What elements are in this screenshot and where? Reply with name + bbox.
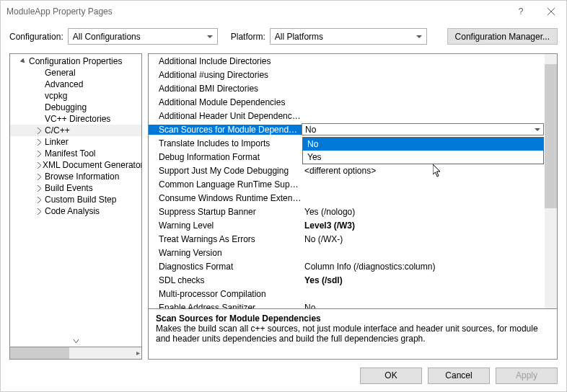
close-icon: [548, 8, 555, 15]
property-name: Diagnostics Format: [149, 262, 302, 272]
dropdown-option[interactable]: No: [303, 138, 543, 151]
expand-icon[interactable]: [36, 139, 45, 146]
property-value[interactable]: Yes (/sdl): [302, 275, 557, 285]
property-name: Suppress Startup Banner: [149, 207, 302, 217]
platform-value: All Platforms: [275, 32, 323, 42]
property-name: Common Language RunTime Support: [149, 179, 302, 190]
footer: OK Cancel Apply: [1, 360, 566, 391]
property-row[interactable]: Multi-processor Compilation: [149, 287, 557, 300]
property-name: Additional #using Directories: [149, 70, 302, 80]
tree-item-label: Build Events: [45, 183, 93, 193]
tree-item-label: C/C++: [45, 125, 70, 135]
expand-icon[interactable]: [36, 151, 45, 157]
configuration-combo[interactable]: All Configurations: [68, 28, 218, 45]
expand-icon[interactable]: [36, 197, 45, 203]
configuration-label: Configuration:: [9, 32, 63, 42]
expand-icon[interactable]: [36, 208, 45, 215]
tree-item[interactable]: Custom Build Step: [10, 194, 141, 205]
config-row: Configuration: All Configurations Platfo…: [1, 22, 566, 53]
property-row[interactable]: Enable Address SanitizerNo: [149, 300, 557, 308]
property-value[interactable]: <different options>: [302, 166, 557, 176]
tree-item[interactable]: General: [10, 67, 141, 79]
scrollbar-thumb[interactable]: [545, 64, 557, 208]
tree-item-label: Browse Information: [45, 172, 119, 182]
property-name: Multi-processor Compilation: [149, 289, 302, 299]
expand-icon[interactable]: [36, 174, 45, 180]
tree-item[interactable]: Browse Information: [10, 171, 141, 182]
description-body: Makes the build scan all c++ sources, no…: [156, 324, 550, 344]
tree-item-label: Advanced: [45, 79, 83, 89]
tree-item-label: VC++ Directories: [45, 114, 110, 124]
property-row[interactable]: SDL checksYes (/sdl): [149, 273, 557, 287]
property-value[interactable]: No: [302, 123, 557, 135]
tree-item[interactable]: Debugging: [10, 102, 141, 113]
platform-combo[interactable]: All Platforms: [270, 28, 427, 45]
tree-item[interactable]: Advanced: [10, 79, 141, 90]
property-row[interactable]: Suppress Startup BannerYes (/nologo): [149, 205, 557, 218]
grid-vertical-scrollbar[interactable]: [545, 54, 557, 308]
tree-item[interactable]: vcpkg: [10, 90, 141, 102]
property-name: Debug Information Format: [149, 152, 302, 162]
value-dropdown[interactable]: NoYes: [302, 137, 544, 164]
ok-button[interactable]: OK: [360, 368, 422, 384]
property-row[interactable]: Additional Header Unit Dependencies: [149, 109, 557, 122]
tree-item[interactable]: Code Analysis: [10, 205, 141, 217]
tree-item-label: Debugging: [45, 102, 87, 112]
collapse-icon[interactable]: [20, 58, 29, 65]
tree-root[interactable]: Configuration Properties: [10, 55, 141, 67]
close-button[interactable]: [536, 1, 566, 22]
property-pages-dialog: ModuleApp Property Pages ? Configuration…: [0, 0, 567, 392]
tree-item[interactable]: Linker: [10, 136, 141, 148]
tree-item[interactable]: XML Document Generator: [10, 159, 141, 171]
property-row[interactable]: Warning LevelLevel3 (/W3): [149, 218, 557, 232]
property-value[interactable]: Level3 (/W3): [302, 220, 557, 231]
property-row[interactable]: Common Language RunTime Support: [149, 177, 557, 191]
titlebar: ModuleApp Property Pages ?: [1, 1, 566, 22]
property-description: Scan Sources for Module Dependencies Mak…: [149, 308, 557, 359]
property-row[interactable]: Additional Include Directories: [149, 54, 557, 68]
property-tree[interactable]: Configuration Properties GeneralAdvanced…: [9, 53, 142, 347]
property-name: Scan Sources for Module Dependencies: [149, 125, 302, 135]
tree-item-label: General: [45, 68, 76, 78]
expand-icon[interactable]: [36, 185, 45, 192]
property-name: Additional Header Unit Dependencies: [149, 111, 302, 121]
property-row[interactable]: Treat Warnings As ErrorsNo (/WX-): [149, 232, 557, 246]
property-name: Additional BMI Directories: [149, 84, 302, 94]
property-row[interactable]: Consume Windows Runtime Extension: [149, 191, 557, 205]
property-row[interactable]: Additional BMI Directories: [149, 81, 557, 95]
scrollbar-thumb[interactable]: [10, 347, 69, 359]
property-row[interactable]: Support Just My Code Debugging<different…: [149, 164, 557, 177]
tree-scroll-down-icon[interactable]: [10, 335, 141, 347]
expand-icon[interactable]: [36, 128, 45, 134]
tree-wrap: Configuration Properties GeneralAdvanced…: [9, 53, 142, 360]
property-value-combo[interactable]: No: [302, 123, 544, 135]
tree-item[interactable]: C/C++: [10, 125, 141, 136]
property-row[interactable]: Warning Version: [149, 246, 557, 259]
apply-button[interactable]: Apply: [496, 368, 558, 384]
scroll-right-icon[interactable]: ▸: [136, 349, 140, 357]
property-value[interactable]: No: [302, 303, 557, 309]
property-value[interactable]: Column Info (/diagnostics:column): [302, 262, 557, 272]
property-row[interactable]: Diagnostics FormatColumn Info (/diagnost…: [149, 259, 557, 273]
tree-item[interactable]: Build Events: [10, 182, 141, 194]
body: Configuration Properties GeneralAdvanced…: [1, 53, 566, 360]
help-button[interactable]: ?: [506, 1, 536, 22]
property-value[interactable]: Yes (/nologo): [302, 207, 557, 217]
property-row[interactable]: Scan Sources for Module DependenciesNo: [149, 122, 557, 136]
tree-horizontal-scrollbar[interactable]: ▸: [9, 347, 142, 360]
dropdown-option[interactable]: Yes: [303, 151, 543, 164]
property-name: Warning Version: [149, 248, 302, 258]
cancel-button[interactable]: Cancel: [428, 368, 490, 384]
expand-icon[interactable]: [36, 162, 43, 169]
property-row[interactable]: Additional Module Dependencies: [149, 95, 557, 109]
property-row[interactable]: Additional #using Directories: [149, 68, 557, 81]
platform-label: Platform:: [231, 32, 265, 42]
tree-item[interactable]: VC++ Directories: [10, 113, 141, 125]
tree-item[interactable]: Manifest Tool: [10, 148, 141, 159]
property-value[interactable]: No (/WX-): [302, 234, 557, 244]
property-grid[interactable]: Additional Include DirectoriesAdditional…: [149, 54, 557, 308]
tree-item-label: Custom Build Step: [45, 195, 116, 205]
property-name: Consume Windows Runtime Extension: [149, 193, 302, 203]
configuration-manager-button[interactable]: Configuration Manager...: [447, 28, 558, 45]
tree-item-label: Manifest Tool: [45, 148, 95, 159]
